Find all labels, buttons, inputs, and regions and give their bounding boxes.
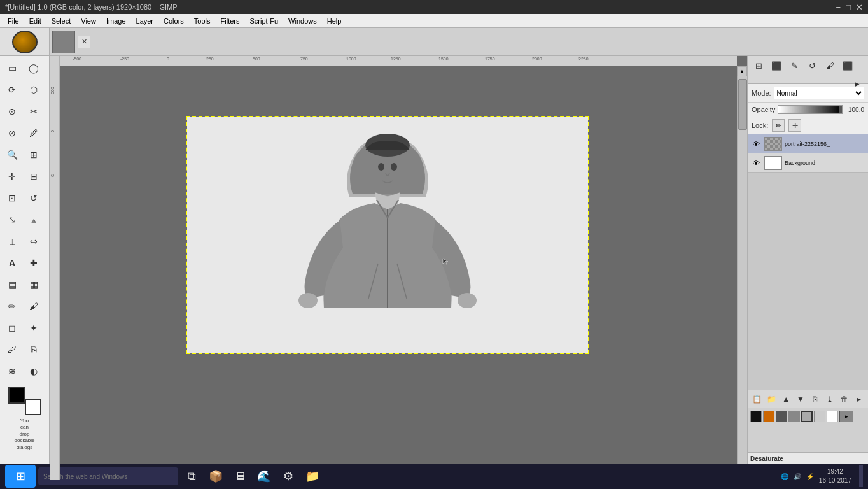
- tool-dodge-burn[interactable]: ◐: [24, 361, 44, 381]
- tool-scale[interactable]: ⤡: [2, 209, 22, 230]
- layer-visibility-eye-background[interactable]: 👁: [750, 157, 762, 169]
- tool-heal[interactable]: ✚: [24, 253, 44, 273]
- maximize-button[interactable]: □: [846, 3, 851, 12]
- menu-item-image[interactable]: Image: [101, 16, 131, 26]
- lock-position-btn[interactable]: ✛: [788, 119, 801, 132]
- tool-crop[interactable]: ⊡: [2, 188, 22, 208]
- left-toolbar: ▭ ◯ ⟳ ⬡ ⊙ ✂ ⊘ 🖉 🔍 ⊞ ✛ ⊟ ⊡ ↺ ⤡ ⟁: [0, 56, 50, 489]
- tool-smudge[interactable]: ≋: [2, 361, 22, 381]
- tool-clone[interactable]: ⎘: [24, 339, 44, 360]
- layer-item-portrait[interactable]: 👁 portrait-2252156_: [748, 134, 868, 153]
- tool-select-color[interactable]: ⊙: [2, 101, 22, 122]
- right-panel: ⊞ ⬛ ✎ ↺ 🖌 ⬛ ▸ Mode: Normal Dissolve Mult…: [747, 56, 868, 489]
- swatch-orange[interactable]: [763, 411, 774, 422]
- tool-flip[interactable]: ⇔: [24, 231, 44, 252]
- tool-zoom[interactable]: 🔍: [2, 145, 22, 165]
- minimize-button[interactable]: −: [836, 3, 841, 12]
- pattern-icon-btn[interactable]: ⬛: [839, 57, 856, 74]
- tool-paths[interactable]: ⊘: [2, 123, 22, 143]
- titlebar-title: *[Untitled]-1.0 (RGB color, 2 layers) 19…: [5, 3, 178, 11]
- menu-item-help[interactable]: Help: [322, 16, 347, 26]
- menu-item-tools[interactable]: Tools: [189, 16, 216, 26]
- swatch-selected[interactable]: [801, 411, 813, 422]
- tool-text[interactable]: A: [2, 253, 22, 273]
- lower-layer-btn[interactable]: ▼: [794, 392, 808, 406]
- menu-item-filters[interactable]: Filters: [216, 16, 245, 26]
- history-icon-btn[interactable]: ↺: [804, 57, 820, 74]
- vertical-scrollbar-thumb[interactable]: [738, 79, 747, 130]
- lock-pixels-btn[interactable]: ✏: [772, 119, 785, 132]
- menu-item-colors[interactable]: Colors: [158, 16, 189, 26]
- close-button[interactable]: ✕: [856, 3, 863, 12]
- swatch-dark-gray[interactable]: [776, 411, 787, 422]
- taskbar-settings[interactable]: ⚙: [277, 465, 299, 487]
- canvas-viewport[interactable]: [60, 66, 737, 480]
- foreground-color-swatch[interactable]: [8, 387, 25, 404]
- vertical-scrollbar[interactable]: [737, 66, 747, 480]
- taskbar-edge[interactable]: 🌊: [253, 465, 275, 487]
- taskbar-show-desktop[interactable]: [859, 465, 863, 487]
- titlebar: *[Untitled]-1.0 (RGB color, 2 layers) 19…: [0, 0, 868, 14]
- background-color-swatch[interactable]: [25, 399, 41, 415]
- merge-layer-btn[interactable]: ⤓: [823, 392, 836, 406]
- taskbar-dropbox[interactable]: 📦: [205, 465, 227, 487]
- tool-measure[interactable]: ⊞: [24, 145, 44, 165]
- tool-ellipse-select[interactable]: ◯: [24, 58, 44, 78]
- new-layer-group-btn[interactable]: 📁: [765, 392, 778, 406]
- tool-move[interactable]: ✛: [2, 166, 22, 187]
- taskbar-taskview[interactable]: ⧉: [181, 465, 202, 487]
- tool-fuzzy-select[interactable]: ⬡: [24, 80, 44, 100]
- tool-blend[interactable]: ▦: [24, 274, 44, 295]
- taskbar-files[interactable]: 📁: [302, 465, 323, 487]
- layers-list: 👁 portrait-2252156_ 👁 Background: [748, 134, 868, 390]
- swatch-black[interactable]: [750, 411, 762, 422]
- tool-perspective[interactable]: ⟂: [2, 231, 22, 252]
- layer-item-background[interactable]: 👁 Background: [748, 153, 868, 173]
- image-close-button[interactable]: ✕: [78, 36, 90, 48]
- swatch-white[interactable]: [827, 411, 838, 422]
- layer-name-background: Background: [785, 160, 815, 166]
- menu-item-file[interactable]: File: [3, 16, 24, 26]
- delete-layer-btn[interactable]: 🗑: [837, 392, 851, 406]
- tool-pencil[interactable]: ✏: [2, 296, 22, 316]
- menu-item-select[interactable]: Select: [46, 16, 76, 26]
- paintbrush-tool-icon-btn[interactable]: 🖌: [822, 57, 838, 74]
- tool-rect-select[interactable]: ▭: [2, 58, 22, 78]
- tool-scissors[interactable]: ✂: [24, 101, 44, 122]
- menu-item-windows[interactable]: Windows: [283, 16, 322, 26]
- tool-eraser[interactable]: ◻: [2, 318, 22, 338]
- paths-icon-btn[interactable]: ✎: [786, 57, 802, 74]
- tool-bucket-fill[interactable]: ▤: [2, 274, 22, 295]
- duplicate-layer-btn[interactable]: ⎘: [809, 392, 822, 406]
- new-layer-from-visible-btn[interactable]: 📋: [750, 392, 764, 406]
- menu-item-edit[interactable]: Edit: [24, 16, 46, 26]
- tool-free-select[interactable]: ⟳: [2, 80, 22, 100]
- layer-thumbnail-background: [764, 156, 782, 170]
- layer-visibility-eye-portrait[interactable]: 👁: [750, 138, 762, 150]
- swatch-light-gray[interactable]: [814, 411, 825, 422]
- menu-item-view[interactable]: View: [76, 16, 101, 26]
- scroll-up-button[interactable]: ▲: [737, 66, 747, 76]
- tool-align[interactable]: ⊟: [24, 166, 44, 187]
- tool-row-12: ✏ 🖌: [1, 295, 48, 317]
- tool-airbrush[interactable]: ✦: [24, 318, 44, 338]
- taskbar-monitor[interactable]: 🖥: [229, 465, 251, 487]
- swatch-menu-btn[interactable]: ▸: [839, 411, 853, 422]
- mode-label: Mode:: [752, 89, 771, 97]
- tool-rotate[interactable]: ↺: [24, 188, 44, 208]
- layer-name-portrait: portrait-2252156_: [785, 141, 830, 147]
- mode-select[interactable]: Normal Dissolve Multiply Screen: [774, 87, 864, 99]
- layers-more-btn[interactable]: ▸: [852, 392, 865, 406]
- tool-color-picker[interactable]: 🖉: [24, 123, 44, 143]
- tool-shear[interactable]: ⟁: [24, 209, 44, 230]
- raise-layer-btn[interactable]: ▲: [780, 392, 793, 406]
- opacity-slider[interactable]: [778, 105, 843, 114]
- tool-paintbrush[interactable]: 🖌: [24, 296, 44, 316]
- swatch-gray-mid[interactable]: [788, 411, 800, 422]
- start-button[interactable]: ⊞: [5, 465, 36, 488]
- menu-item-layer[interactable]: Layer: [131, 16, 159, 26]
- layers-icon-btn[interactable]: ⊞: [750, 57, 767, 74]
- tool-ink[interactable]: 🖋: [2, 339, 22, 360]
- menu-item-script-fu[interactable]: Script-Fu: [244, 16, 283, 26]
- channels-icon-btn[interactable]: ⬛: [768, 57, 785, 74]
